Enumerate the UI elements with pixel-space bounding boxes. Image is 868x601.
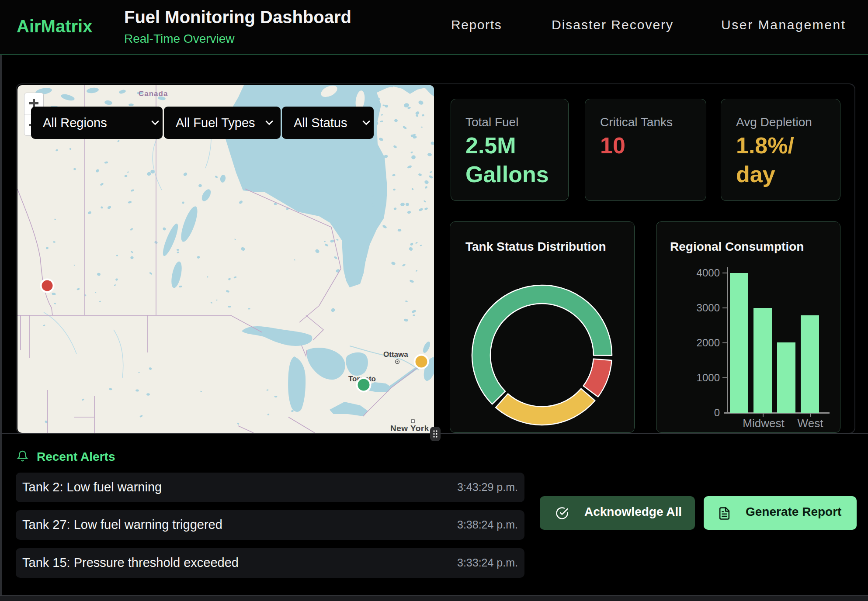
svg-text:New York: New York — [390, 424, 429, 433]
svg-text:Canada: Canada — [139, 90, 168, 98]
svg-text:Ottawa: Ottawa — [383, 350, 408, 359]
